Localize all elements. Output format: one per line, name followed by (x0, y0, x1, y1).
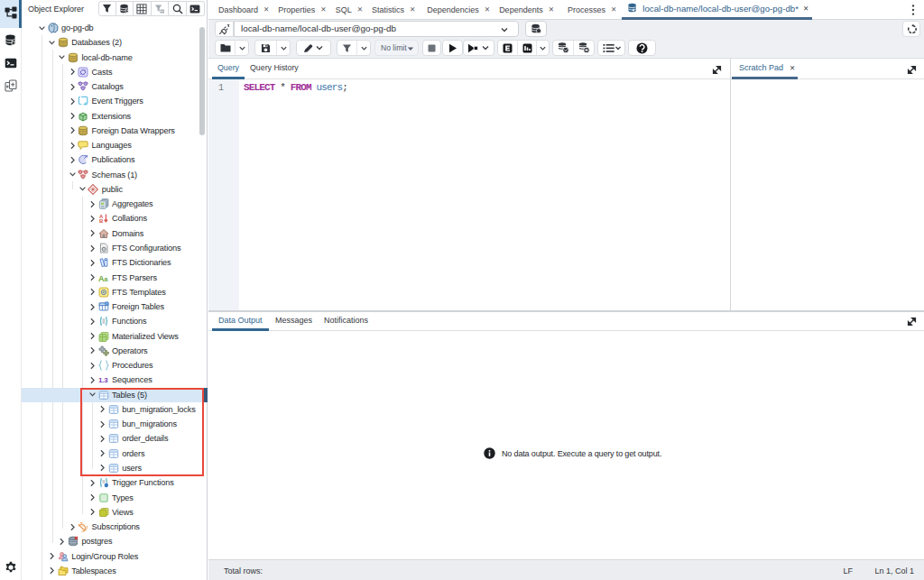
svg-text:a: a (104, 275, 107, 281)
svg-text:B: B (99, 218, 104, 224)
svg-text:1.3: 1.3 (98, 376, 108, 384)
